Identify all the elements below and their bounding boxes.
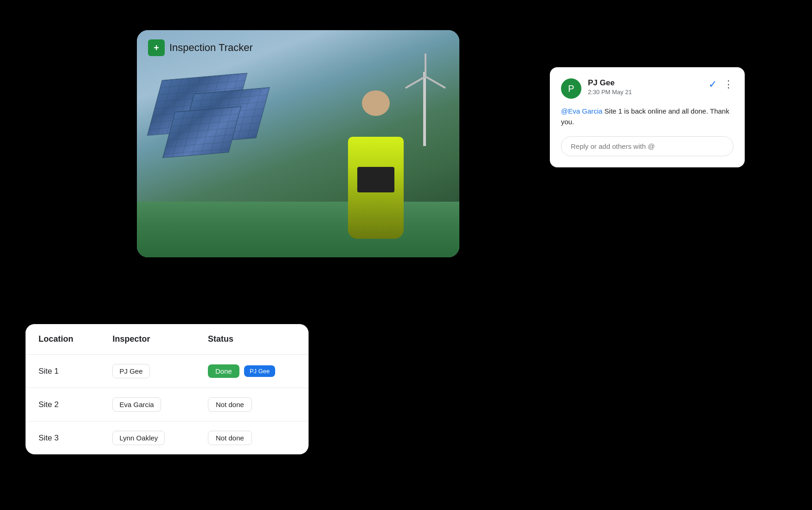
more-options-icon[interactable]: ⋮: [723, 78, 734, 90]
comment-card: P PJ Gee 2:30 PM May 21 ✓ ⋮ @Eva Garcia …: [550, 67, 745, 167]
cell-status: Not done: [195, 421, 309, 455]
table-header-row: Location Inspector Status: [26, 324, 309, 355]
cell-location: Site 3: [26, 421, 99, 455]
table-card: Location Inspector Status Site 1PJ GeeDo…: [26, 324, 309, 454]
comment-author: PJ Gee: [588, 78, 702, 88]
comment-actions: ✓ ⋮: [709, 78, 734, 90]
scene: + Inspection Tracker P PJ Gee 2:30 PM Ma…: [0, 0, 812, 510]
comment-meta: PJ Gee 2:30 PM May 21: [588, 78, 702, 96]
table-row: Site 3Lynn OakleyNot done: [26, 421, 309, 455]
comment-time: 2:30 PM May 21: [588, 89, 702, 96]
table-row: Site 2Eva GarciaNot done: [26, 388, 309, 421]
avatar: P: [561, 78, 581, 99]
tracker-app-title: Inspection Tracker: [169, 42, 253, 54]
solar-panels: [151, 67, 281, 160]
reply-input[interactable]: [561, 136, 734, 156]
cell-inspector: PJ Gee: [99, 355, 195, 388]
cell-location: Site 1: [26, 355, 99, 388]
col-header-inspector: Inspector: [99, 324, 195, 355]
inspection-table: Location Inspector Status Site 1PJ GeeDo…: [26, 324, 309, 454]
tracker-app-icon: +: [148, 39, 165, 56]
table-row: Site 1PJ GeeDonePJ Gee: [26, 355, 309, 388]
mention-tag: @Eva Garcia: [561, 107, 602, 115]
cell-inspector: Eva Garcia: [99, 388, 195, 421]
tracker-card-header: + Inspection Tracker: [148, 39, 253, 56]
check-icon[interactable]: ✓: [709, 78, 717, 90]
col-header-location: Location: [26, 324, 99, 355]
cell-status: DonePJ Gee: [195, 355, 309, 388]
comment-body: @Eva Garcia Site 1 is back online and al…: [561, 106, 734, 127]
col-header-status: Status: [195, 324, 309, 355]
tracker-card: + Inspection Tracker: [137, 30, 459, 257]
comment-header: P PJ Gee 2:30 PM May 21 ✓ ⋮: [561, 78, 734, 99]
person-figure: [329, 109, 422, 239]
cell-inspector: Lynn Oakley: [99, 421, 195, 455]
cell-location: Site 2: [26, 388, 99, 421]
user-tag: PJ Gee: [244, 365, 275, 377]
cell-status: Not done: [195, 388, 309, 421]
